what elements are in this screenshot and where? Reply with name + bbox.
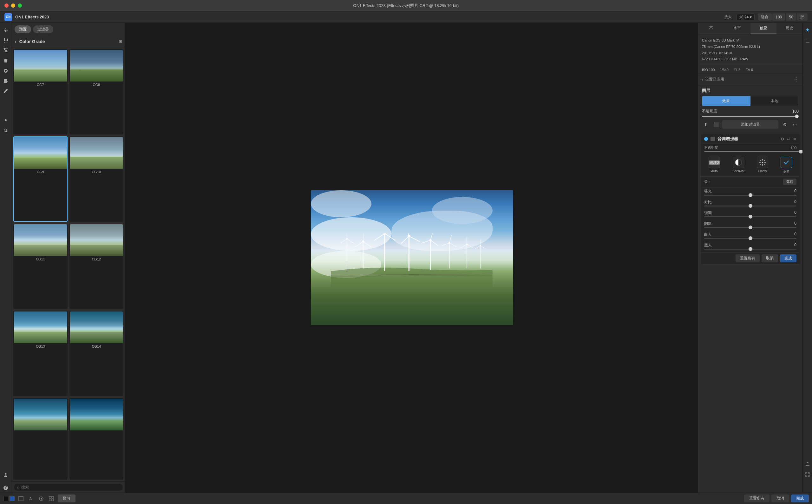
clarity-action[interactable]: Clarity — [757, 157, 768, 174]
whites-slider[interactable] — [704, 238, 796, 239]
settings-applied[interactable]: › 设置已应用 ⋮ — [698, 74, 802, 85]
reset-all-bottom-button[interactable]: 重置所有 — [744, 494, 769, 502]
settings-icon[interactable]: ⚙ — [781, 121, 789, 128]
canvas-area — [126, 23, 698, 493]
fit-25-button[interactable]: 25 — [797, 13, 808, 21]
svg-rect-60 — [808, 475, 810, 477]
tab-level[interactable]: 水平 — [724, 23, 750, 34]
done-button[interactable]: 完成 — [780, 254, 796, 262]
blacks-slider[interactable] — [704, 249, 796, 250]
more-action[interactable]: 更多 — [781, 157, 792, 174]
panel-resize-icon[interactable] — [803, 36, 812, 46]
tab-hide[interactable]: 不 — [698, 23, 724, 34]
fit-50-button[interactable]: 50 — [786, 13, 796, 21]
svg-rect-32 — [467, 244, 467, 268]
add-filter-button[interactable]: 添加过滤器 — [722, 120, 778, 129]
preset-cg11[interactable]: CG11 — [13, 224, 68, 309]
local-tab[interactable]: 本地 — [750, 96, 799, 106]
close-button[interactable] — [4, 3, 9, 8]
effects-icon[interactable] — [803, 25, 812, 35]
tone-mask-icon[interactable] — [711, 137, 715, 141]
preset-cg9[interactable]: CG9 — [13, 136, 68, 222]
zoom-fit-icon[interactable] — [803, 470, 812, 479]
auto-action[interactable]: AUTO Auto — [709, 157, 720, 174]
camera-model: Canon EOS 5D Mark IV — [702, 37, 799, 44]
text-icon[interactable]: A — [27, 495, 35, 502]
share-icon[interactable] — [803, 459, 812, 468]
cancel-button[interactable]: 取消 — [762, 254, 778, 262]
tool-move[interactable] — [1, 25, 10, 35]
tone-close-icon[interactable]: ✕ — [793, 137, 796, 141]
highlights-slider-row: 强调 0 — [701, 209, 800, 220]
tool-paint[interactable] — [1, 56, 10, 65]
preset-cg14[interactable]: CG14 — [69, 311, 124, 396]
presets-tab[interactable]: 预置 — [15, 25, 31, 33]
tool-clone[interactable] — [1, 76, 10, 86]
circle-icon[interactable] — [37, 495, 45, 502]
opacity-slider[interactable] — [702, 116, 799, 117]
presets-title: Color Grade — [19, 39, 116, 44]
effects-tab[interactable]: 效果 — [702, 96, 750, 106]
svg-rect-27 — [449, 243, 450, 269]
preset-cg12[interactable]: CG12 — [69, 224, 124, 309]
preset-cg7[interactable]: CG7 — [13, 49, 68, 134]
back-button[interactable]: ‹ — [15, 38, 17, 45]
shadows-slider[interactable] — [704, 227, 796, 228]
tone-undo-icon[interactable]: ↩ — [787, 137, 790, 141]
tool-effects[interactable] — [1, 115, 10, 125]
exposure-slider[interactable] — [704, 195, 796, 196]
svg-line-25 — [430, 240, 438, 246]
reset-all-button[interactable]: 重置所有 — [736, 254, 760, 262]
blue-chip[interactable] — [10, 496, 15, 501]
tool-people[interactable] — [1, 470, 10, 480]
top-bar: ON ON1 Effects 2023 放大 18.24 ▾ 适合 100 50… — [0, 11, 812, 23]
tab-info[interactable]: 信息 — [750, 23, 776, 34]
tone-yin-row: 音： 落后 — [701, 177, 800, 187]
tool-heal[interactable] — [1, 66, 10, 75]
svg-rect-17 — [409, 236, 409, 271]
tone-active-dot[interactable] — [704, 137, 708, 141]
minimize-button[interactable] — [11, 3, 15, 8]
tone-opacity-slider[interactable] — [704, 151, 802, 152]
preset-cg8[interactable]: CG8 — [69, 49, 124, 134]
mask-icon[interactable]: ⬛ — [712, 121, 720, 128]
search-input[interactable] — [21, 485, 120, 489]
cancel-bottom-button[interactable]: 取消 — [771, 494, 789, 502]
svg-line-52 — [760, 164, 761, 165]
tab-history[interactable]: 历史 — [776, 23, 802, 34]
presets-header: ‹ Color Grade ⊞ — [11, 36, 125, 47]
fit-100-button[interactable]: 100 — [772, 13, 785, 21]
maximize-button[interactable] — [18, 3, 22, 8]
highlights-slider[interactable] — [704, 216, 796, 217]
tool-retouch[interactable] — [1, 86, 10, 96]
grid-icon[interactable] — [48, 495, 55, 502]
grid-toggle[interactable]: ⊞ — [119, 39, 122, 44]
preset-cg13[interactable]: CG13 — [13, 311, 68, 396]
svg-line-41 — [475, 245, 480, 249]
tone-opacity-row: 不透明度 100 — [701, 144, 800, 151]
contrast-action[interactable]: Contrast — [732, 157, 744, 174]
tool-magnify[interactable] — [1, 126, 10, 135]
tone-behind-button[interactable]: 落后 — [783, 179, 796, 185]
upload-icon[interactable]: ⬆ — [702, 121, 710, 128]
tool-adjust[interactable] — [1, 46, 10, 55]
svg-point-45 — [762, 162, 763, 163]
done-bottom-button[interactable]: 完成 — [791, 494, 809, 502]
contrast-slider[interactable] — [704, 206, 796, 206]
arrange-icon[interactable] — [803, 481, 812, 490]
crop-icon[interactable] — [17, 495, 25, 502]
black-chip[interactable] — [3, 496, 8, 501]
filters-tab[interactable]: 过滤器 — [33, 25, 53, 33]
tone-opacity-label: 不透明度 — [704, 145, 718, 150]
tool-crop[interactable] — [1, 36, 10, 45]
preset-extra2[interactable] — [69, 398, 124, 480]
preset-extra1[interactable] — [13, 398, 68, 480]
undo-icon[interactable]: ↩ — [791, 121, 799, 128]
svg-rect-55 — [806, 41, 809, 41]
fit-button[interactable]: 适合 — [758, 13, 772, 21]
preview-button[interactable]: 预习 — [58, 494, 75, 502]
preset-cg10[interactable]: CG10 — [69, 136, 124, 222]
tool-help[interactable] — [1, 483, 10, 493]
zoom-selector[interactable]: 18.24 ▾ — [736, 14, 755, 20]
tone-settings-icon[interactable]: ⚙ — [781, 137, 784, 141]
